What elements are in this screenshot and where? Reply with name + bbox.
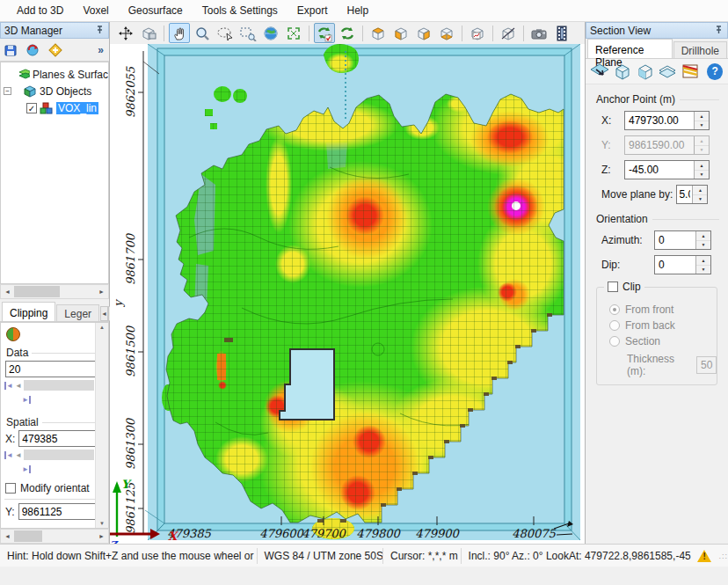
help-icon[interactable]: ? xyxy=(707,63,723,80)
azimuth-field[interactable]: ▲▼ xyxy=(654,230,711,250)
scroll-left-icon[interactable]: ◄ xyxy=(1,530,14,543)
anchor-x-spinner[interactable]: ▲▼ xyxy=(694,112,709,129)
pin-icon[interactable] xyxy=(95,26,105,35)
menu-export[interactable]: Export xyxy=(288,1,338,20)
view-front-icon[interactable] xyxy=(390,23,411,43)
scroll-thumb[interactable] xyxy=(14,530,42,542)
tab-drillhole[interactable]: Drillhole xyxy=(673,41,727,58)
dip-spinner[interactable]: ▲▼ xyxy=(695,256,710,274)
anchor-z-input[interactable] xyxy=(625,161,694,179)
scroll-right-icon[interactable]: ► xyxy=(95,530,108,543)
pan-hand-icon[interactable] xyxy=(169,23,190,43)
tree-expander-icon[interactable]: − xyxy=(4,87,11,95)
refresh-section-checked-icon[interactable] xyxy=(314,23,335,43)
warning-icon[interactable] xyxy=(697,550,711,562)
manager-hscrollbar[interactable]: ◄ ► xyxy=(0,284,109,299)
menu-add-to-3d[interactable]: Add to 3D xyxy=(7,1,73,20)
dip-input[interactable] xyxy=(655,256,695,274)
viewport-3d[interactable]: 9862055 9861700 9861500 9861300 9861125 … xyxy=(110,44,585,544)
y-axis-letter: y xyxy=(112,299,125,308)
add-object-icon[interactable] xyxy=(46,40,65,60)
clip-from-back-option[interactable]: From back xyxy=(609,319,717,332)
clip-plane-cube-icon[interactable] xyxy=(498,23,519,43)
toolbar-overflow-button[interactable]: » xyxy=(98,44,107,56)
data-slider-max[interactable]: ► xyxy=(4,393,108,406)
clipping-panel: Clipping Leger ◄ ► Data ◄ ◄ xyxy=(0,302,109,544)
tree-item-planes-surfaces[interactable]: Planes & Surfac xyxy=(1,66,108,83)
menu-geosurface[interactable]: Geosurface xyxy=(119,1,193,20)
view-side-icon[interactable] xyxy=(413,23,434,43)
scroll-right-icon[interactable]: ► xyxy=(95,285,108,298)
anchor-x-input[interactable] xyxy=(625,112,694,129)
modify-orientation-checkbox[interactable] xyxy=(5,483,16,494)
data-value-input[interactable] xyxy=(6,363,95,376)
globe-icon[interactable] xyxy=(260,23,281,43)
clip-from-front-option[interactable]: From front xyxy=(609,303,717,316)
azimuth-spinner[interactable]: ▲▼ xyxy=(695,231,710,249)
spatial-x-field[interactable] xyxy=(18,430,96,447)
clipping-hscrollbar[interactable]: ◄ ► xyxy=(0,529,109,544)
box-full-icon[interactable] xyxy=(613,62,630,80)
spatial-x-input[interactable] xyxy=(19,433,95,445)
record-video-icon[interactable] xyxy=(551,23,572,43)
anchor-z-spinner[interactable]: ▲▼ xyxy=(694,161,709,179)
spatial-y-field[interactable] xyxy=(18,503,96,520)
spatial-slider-min[interactable]: ◄ ◄ xyxy=(4,449,108,461)
move-plane-input[interactable] xyxy=(677,186,692,203)
plane-arrow-icon[interactable] xyxy=(591,62,608,80)
anchor-z-field[interactable]: ▲▼ xyxy=(624,160,710,179)
menu-voxel[interactable]: Voxel xyxy=(73,1,118,20)
spatial-slider-max[interactable]: ► xyxy=(4,463,108,475)
dip-field[interactable]: ▲▼ xyxy=(654,255,711,274)
box-flat-icon[interactable] xyxy=(658,62,675,80)
scroll-up-icon[interactable]: ▲ xyxy=(99,325,105,330)
move-plane-spinner[interactable]: ▲▼ xyxy=(692,186,707,203)
tab-clipping[interactable]: Clipping xyxy=(2,302,55,321)
move-plane-field[interactable]: ▲▼ xyxy=(676,185,708,204)
voxel-scene[interactable]: 9862055 9861700 9861500 9861300 9861125 … xyxy=(110,44,585,544)
view-bottom-icon[interactable] xyxy=(436,23,457,43)
lasso-select-icon[interactable] xyxy=(215,23,236,43)
refresh-section-icon[interactable] xyxy=(337,23,358,43)
from-back-radio[interactable] xyxy=(609,320,620,331)
azimuth-input[interactable] xyxy=(655,231,695,249)
cube-link-icon[interactable] xyxy=(138,23,159,43)
section-radio[interactable] xyxy=(609,336,620,347)
scroll-thumb[interactable] xyxy=(14,286,60,297)
status-view-orientation: Incl.: 90° Az.: 0° LookAt: 479722.8,9861… xyxy=(462,548,695,564)
status-crs: WGS 84 / UTM zone 50S xyxy=(258,548,383,564)
snapshot-camera-icon[interactable] xyxy=(528,23,550,43)
section-colors-icon[interactable] xyxy=(681,62,698,80)
clipping-vscrollbar[interactable]: ▲ ▼ xyxy=(95,323,108,528)
scroll-left-icon[interactable]: ◄ xyxy=(1,285,14,298)
clip-section-option[interactable]: Section xyxy=(609,335,717,347)
clip-checkbox[interactable] xyxy=(608,282,618,292)
orientation-group-label: Orientation xyxy=(596,213,719,225)
view-top-icon[interactable] xyxy=(368,23,389,43)
tab-reference-plane[interactable]: Reference Plane xyxy=(587,39,673,58)
pin-icon[interactable] xyxy=(714,26,724,35)
anchor-x-field[interactable]: ▲▼ xyxy=(624,111,710,130)
tab-scroll-left-icon[interactable]: ◄ xyxy=(100,306,108,321)
resize-grip[interactable]: .:: xyxy=(718,552,728,560)
menu-tools-settings[interactable]: Tools & Settings xyxy=(193,1,288,20)
voxel-visibility-checkbox[interactable]: ✓ xyxy=(26,103,37,113)
menu-help[interactable]: Help xyxy=(338,1,379,20)
zoom-window-icon[interactable] xyxy=(237,23,258,43)
tree-item-3d-objects[interactable]: − 3D Objects xyxy=(1,83,108,99)
cube-chart-icon[interactable] xyxy=(467,23,488,43)
origin-axes-icon[interactable] xyxy=(115,23,136,43)
scroll-down-icon[interactable]: ▼ xyxy=(99,521,105,526)
tree-item-voxel-layer[interactable]: ✓ VOX_lin xyxy=(1,99,108,116)
zoom-icon[interactable] xyxy=(192,23,213,43)
spatial-y-input[interactable] xyxy=(19,506,95,518)
data-slider-min[interactable]: ◄ ◄ xyxy=(4,379,108,391)
save-layout-icon[interactable] xyxy=(2,40,21,60)
dip-label: Dip: xyxy=(601,259,654,271)
tab-legend[interactable]: Leger xyxy=(56,304,99,321)
from-front-radio[interactable] xyxy=(609,304,620,315)
refresh-scene-icon[interactable] xyxy=(24,40,43,60)
data-value-field[interactable] xyxy=(5,361,96,377)
box-half-icon[interactable] xyxy=(636,62,653,80)
fit-view-icon[interactable] xyxy=(283,23,304,43)
